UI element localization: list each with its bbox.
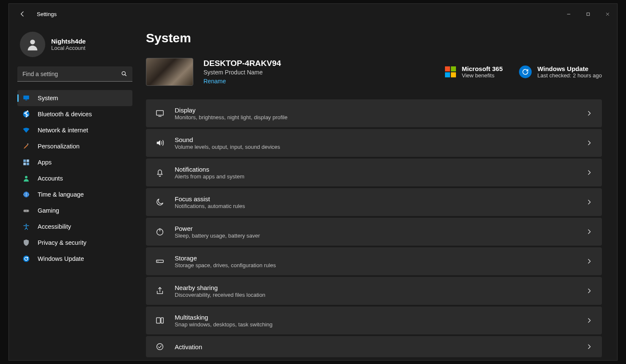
sidebar-item-label: Gaming bbox=[38, 207, 59, 214]
minimize-button[interactable] bbox=[559, 7, 578, 21]
bluetooth-icon bbox=[22, 110, 30, 118]
monitor-icon bbox=[22, 94, 30, 102]
card-title: Nearby sharing bbox=[175, 284, 265, 291]
sidebar-item-personalization[interactable]: Personalization bbox=[17, 138, 132, 154]
card-title: Power bbox=[175, 225, 260, 232]
card-title: Focus assist bbox=[175, 195, 245, 203]
maximize-button[interactable] bbox=[578, 7, 598, 21]
shield-icon bbox=[22, 239, 30, 246]
chevron-right-icon bbox=[586, 287, 593, 294]
sound-icon bbox=[155, 138, 165, 148]
avatar bbox=[20, 32, 45, 57]
sidebar-item-windows-update[interactable]: Windows Update bbox=[17, 251, 132, 267]
chevron-right-icon bbox=[586, 228, 593, 235]
ms365-sub: View benefits bbox=[462, 72, 503, 79]
update-icon bbox=[519, 66, 532, 78]
rename-link[interactable]: Rename bbox=[203, 78, 226, 85]
person-icon bbox=[22, 175, 30, 182]
sidebar-item-label: Accessibility bbox=[38, 223, 71, 230]
search-input[interactable] bbox=[17, 66, 132, 82]
power-icon bbox=[155, 227, 165, 236]
gamepad-icon bbox=[22, 207, 30, 214]
card-title: Activation bbox=[175, 343, 202, 350]
back-button[interactable] bbox=[16, 8, 28, 20]
card-title: Multitasking bbox=[175, 314, 272, 321]
sidebar-item-accounts[interactable]: Accounts bbox=[17, 170, 132, 186]
chevron-right-icon bbox=[586, 169, 593, 176]
sidebar-item-time-language[interactable]: Time & language bbox=[17, 186, 132, 203]
main-content: System DESKTOP-4RAKV94 System Product Na… bbox=[138, 24, 617, 360]
chevron-right-icon bbox=[586, 343, 593, 350]
card-title: Notifications bbox=[175, 166, 244, 173]
card-subtitle: Volume levels, output, input, sound devi… bbox=[175, 144, 280, 150]
ms365-title: Microsoft 365 bbox=[462, 65, 503, 72]
sidebar-item-label: Bluetooth & devices bbox=[38, 111, 92, 118]
accessibility-icon bbox=[22, 223, 30, 230]
card-subtitle: Storage space, drives, configuration rul… bbox=[175, 262, 276, 268]
search-container bbox=[17, 66, 132, 82]
chevron-right-icon bbox=[586, 140, 593, 146]
settings-cards: DisplayMonitors, brightness, night light… bbox=[146, 99, 602, 357]
user-account-type: Local Account bbox=[51, 45, 86, 51]
update-title: Windows Update bbox=[538, 65, 602, 72]
sidebar-item-label: Network & internet bbox=[38, 127, 88, 134]
brush-icon bbox=[22, 142, 30, 150]
sidebar-item-bluetooth-devices[interactable]: Bluetooth & devices bbox=[17, 106, 132, 122]
sidebar-item-apps[interactable]: Apps bbox=[17, 154, 132, 170]
chevron-right-icon bbox=[586, 199, 593, 205]
sidebar-item-accessibility[interactable]: Accessibility bbox=[17, 219, 132, 235]
sidebar-item-network-internet[interactable]: Network & internet bbox=[17, 122, 132, 138]
card-sound[interactable]: SoundVolume levels, output, input, sound… bbox=[146, 129, 602, 157]
card-storage[interactable]: StorageStorage space, drives, configurat… bbox=[146, 247, 602, 275]
close-button[interactable] bbox=[598, 7, 617, 21]
user-name: Nightsh4de bbox=[51, 38, 86, 45]
chevron-right-icon bbox=[586, 317, 593, 324]
sidebar-item-label: Windows Update bbox=[38, 255, 84, 262]
page-title: System bbox=[146, 31, 602, 45]
chevron-right-icon bbox=[586, 110, 593, 117]
microsoft-logo-icon bbox=[445, 66, 456, 77]
card-title: Display bbox=[175, 107, 288, 114]
app-title: Settings bbox=[37, 11, 57, 17]
card-title: Sound bbox=[175, 136, 280, 143]
card-multitasking[interactable]: MultitaskingSnap windows, desktops, task… bbox=[146, 307, 602, 334]
device-name: DESKTOP-4RAKV94 bbox=[203, 59, 281, 68]
bell-icon bbox=[155, 168, 165, 177]
device-thumbnail bbox=[146, 58, 193, 86]
sidebar-item-label: Personalization bbox=[38, 143, 80, 150]
chevron-right-icon bbox=[586, 258, 593, 265]
sidebar-item-label: System bbox=[38, 95, 58, 101]
sidebar: Nightsh4de Local Account SystemBluetooth… bbox=[11, 24, 138, 360]
card-activation[interactable]: Activation bbox=[146, 336, 602, 357]
card-subtitle: Monitors, brightness, night light, displ… bbox=[175, 114, 288, 120]
ms365-link[interactable]: Microsoft 365 View benefits bbox=[445, 65, 503, 79]
sidebar-item-gaming[interactable]: Gaming bbox=[17, 203, 132, 219]
card-subtitle: Discoverability, received files location bbox=[175, 292, 265, 298]
sidebar-item-label: Apps bbox=[38, 159, 52, 166]
device-row: DESKTOP-4RAKV94 System Product Name Rena… bbox=[146, 58, 602, 86]
storage-icon bbox=[155, 257, 165, 266]
card-power[interactable]: PowerSleep, battery usage, battery saver bbox=[146, 218, 602, 246]
sidebar-item-system[interactable]: System bbox=[17, 90, 132, 106]
update-sub: Last checked: 2 hours ago bbox=[538, 72, 602, 79]
windows-update-link[interactable]: Windows Update Last checked: 2 hours ago bbox=[519, 65, 602, 79]
nav-list: SystemBluetooth & devicesNetwork & inter… bbox=[17, 90, 132, 267]
card-subtitle: Sleep, battery usage, battery saver bbox=[175, 233, 260, 239]
card-notifications[interactable]: NotificationsAlerts from apps and system bbox=[146, 159, 602, 186]
display-icon bbox=[155, 109, 165, 118]
card-subtitle: Alerts from apps and system bbox=[175, 173, 244, 180]
search-icon bbox=[121, 70, 127, 77]
card-nearby-sharing[interactable]: Nearby sharingDiscoverability, received … bbox=[146, 277, 602, 305]
update-icon bbox=[22, 255, 30, 263]
card-focus-assist[interactable]: Focus assistNotifications, automatic rul… bbox=[146, 188, 602, 216]
user-profile[interactable]: Nightsh4de Local Account bbox=[17, 32, 132, 57]
card-subtitle: Notifications, automatic rules bbox=[175, 203, 245, 209]
moon-icon bbox=[155, 197, 165, 207]
card-display[interactable]: DisplayMonitors, brightness, night light… bbox=[146, 99, 602, 127]
sidebar-item-privacy-security[interactable]: Privacy & security bbox=[17, 235, 132, 251]
wifi-icon bbox=[22, 126, 30, 134]
share-icon bbox=[155, 286, 165, 296]
titlebar: Settings bbox=[9, 4, 617, 24]
apps-icon bbox=[22, 159, 30, 166]
multitask-icon bbox=[155, 316, 165, 325]
